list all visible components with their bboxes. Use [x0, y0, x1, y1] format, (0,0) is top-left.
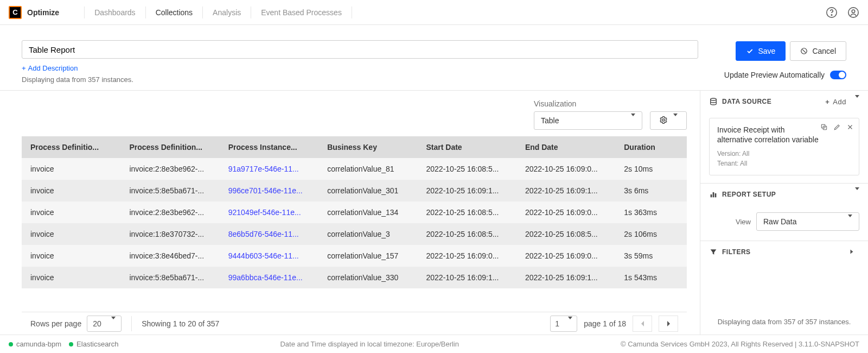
nav-ebp[interactable]: Event Based Processes [261, 8, 342, 17]
col-process-inst-id[interactable]: Process Instance... [220, 136, 318, 158]
topbar: C Optimize Dashboards Collections Analys… [0, 0, 868, 25]
report-edit-header: + Add Description Displaying data from 3… [0, 25, 868, 91]
cell-instance-link[interactable]: 8e6b5d76-546e-11... [220, 223, 318, 245]
data-source-card: Invoice Receipt with alternative correla… [709, 118, 859, 175]
auto-preview-label: Update Preview Automatically [724, 71, 825, 79]
page-select[interactable]: 1 [550, 316, 577, 332]
brand-name: Optimize [27, 8, 59, 17]
user-icon[interactable] [847, 7, 859, 18]
visualization-label: Visualization [534, 99, 576, 108]
cell-end-date: 2022-10-25 16:09:0... [516, 158, 615, 180]
report-name-input[interactable] [22, 40, 698, 59]
data-table: Process Definitio... Process Definition.… [22, 136, 687, 288]
chevron-down-icon [568, 319, 572, 328]
pagination-bar: Rows per page 20 Showing 1 to 20 of 357 … [22, 312, 687, 335]
cell-start-date: 2022-10-25 16:09:1... [418, 267, 516, 288]
svg-point-3 [852, 9, 855, 12]
nav-dashboards[interactable]: Dashboards [94, 8, 136, 17]
help-icon[interactable] [826, 7, 838, 18]
col-end-date[interactable]: End Date [516, 136, 615, 158]
nav-separator [84, 7, 85, 18]
data-source-header[interactable]: Data Source + Add [700, 91, 868, 112]
svg-point-5 [662, 119, 665, 121]
nav-collections[interactable]: Collections [156, 8, 193, 17]
cell-business-key: correlationValue_157 [318, 245, 417, 267]
col-start-date[interactable]: Start Date [418, 136, 516, 158]
cell-instance-link[interactable]: 996ce701-546e-11e... [220, 180, 318, 201]
es-status: Elasticsearch [76, 340, 118, 348]
col-process-def-id[interactable]: Process Definition... [120, 136, 219, 158]
close-icon[interactable] [846, 123, 854, 131]
visualization-select[interactable]: Table [534, 111, 642, 130]
plus-icon: + [825, 98, 829, 106]
edit-icon[interactable] [833, 123, 841, 131]
data-source-title: Data Source [722, 98, 771, 105]
save-button[interactable]: Save [736, 41, 786, 61]
page-prev-button[interactable] [633, 316, 652, 332]
visualization-value: Table [541, 116, 559, 125]
save-label: Save [758, 47, 775, 55]
timezone-text: Date and Time displayed in local timezon… [118, 340, 621, 348]
cell-proc-id: invoice:3:8e46bed7-... [120, 245, 219, 267]
report-setup-title: Report Setup [722, 191, 776, 198]
table-header: Process Definitio... Process Definition.… [22, 136, 687, 158]
visualization-settings-button[interactable] [650, 111, 687, 130]
status-footer: camunda-bpm Elasticsearch Date and Time … [0, 335, 868, 353]
rows-per-page-select[interactable]: 20 [87, 316, 122, 332]
report-setup-header[interactable]: Report Setup [700, 183, 868, 205]
cell-instance-link[interactable]: 91a9717e-546e-11... [220, 158, 318, 180]
nav-separator [202, 7, 203, 18]
col-duration[interactable]: Duration [615, 136, 687, 158]
add-description-link[interactable]: + Add Description [22, 64, 78, 72]
report-area: Visualization Table [0, 91, 700, 335]
table-row: invoiceinvoice:5:8e5ba671-...99a6bbca-54… [22, 267, 687, 288]
showing-text: Showing 1 to 20 of 357 [142, 319, 219, 328]
chevron-down-icon [673, 116, 678, 125]
col-process-def-key[interactable]: Process Definitio... [22, 136, 120, 158]
cell-end-date: 2022-10-25 16:09:0... [516, 245, 615, 267]
cell-start-date: 2022-10-25 16:09:1... [418, 180, 516, 201]
cell-business-key: correlationValue_301 [318, 180, 417, 201]
cancel-button[interactable]: Cancel [790, 41, 846, 61]
cell-business-key: correlationValue_134 [318, 201, 417, 223]
col-business-key[interactable]: Business Key [318, 136, 417, 158]
cell-instance-link[interactable]: 9444b603-546e-11... [220, 245, 318, 267]
data-source-tenant: Tenant: All [717, 159, 851, 168]
filter-icon [709, 248, 718, 256]
cell-proc-key: invoice [22, 245, 120, 267]
cell-duration: 1s 363ms [615, 201, 687, 223]
chevron-down-icon [111, 319, 116, 328]
svg-rect-10 [713, 192, 714, 197]
page-next-button[interactable] [659, 316, 678, 332]
gear-icon [659, 116, 668, 126]
auto-preview-toggle[interactable] [830, 71, 846, 79]
add-data-source-label[interactable]: Add [833, 98, 846, 106]
table-row: invoiceinvoice:5:8e5ba671-...996ce701-54… [22, 180, 687, 201]
cell-instance-link[interactable]: 99a6bbca-546e-11e... [220, 267, 318, 288]
svg-rect-9 [711, 194, 712, 197]
nav-separator [352, 7, 352, 18]
engine-status: camunda-bpm [16, 340, 61, 348]
view-label: View [736, 218, 751, 226]
cell-instance-link[interactable]: 921049ef-546e-11e... [220, 201, 318, 223]
nav-separator [251, 7, 251, 18]
svg-point-6 [711, 98, 717, 100]
copy-icon[interactable] [820, 123, 828, 131]
chevron-down-icon [631, 116, 635, 125]
cell-duration: 1s 543ms [615, 267, 687, 288]
cell-start-date: 2022-10-25 16:08:5... [418, 223, 516, 245]
cell-start-date: 2022-10-25 16:08:5... [418, 201, 516, 223]
cell-start-date: 2022-10-25 16:08:5... [418, 158, 516, 180]
status-dot-icon [9, 342, 13, 346]
nav-analysis[interactable]: Analysis [213, 8, 241, 17]
data-source-version: Version: All [717, 149, 851, 159]
cell-duration: 3s 59ms [615, 245, 687, 267]
table-row: invoiceinvoice:2:8e3be962-...91a9717e-54… [22, 158, 687, 180]
view-select[interactable]: Raw Data [756, 212, 859, 231]
filters-header[interactable]: Filters [700, 241, 868, 262]
cell-proc-id: invoice:2:8e3be962-... [120, 158, 219, 180]
config-panel: Data Source + Add Invoice Receipt with a… [700, 91, 868, 335]
chevron-down-icon [855, 98, 859, 106]
page-value: 1 [555, 319, 559, 328]
cell-proc-key: invoice [22, 201, 120, 223]
